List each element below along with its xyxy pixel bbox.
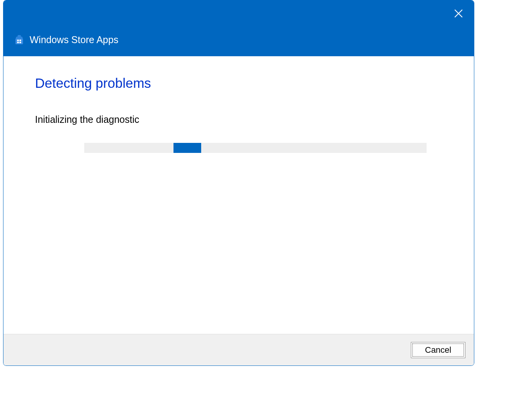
windows-store-icon: [14, 35, 24, 45]
close-icon: [454, 8, 464, 18]
svg-rect-5: [17, 42, 19, 43]
progress-bar: [84, 143, 427, 153]
troubleshooter-window: Windows Store Apps Detecting problems In…: [3, 0, 474, 366]
svg-rect-4: [20, 39, 21, 41]
progress-indicator: [173, 143, 201, 153]
close-button[interactable]: [452, 7, 465, 20]
titlebar-content: Windows Store Apps: [14, 34, 118, 45]
window-title: Windows Store Apps: [30, 34, 118, 45]
status-text: Initializing the diagnostic: [35, 114, 442, 125]
cancel-button[interactable]: Cancel: [411, 342, 465, 358]
content-area: Detecting problems Initializing the diag…: [3, 56, 474, 334]
svg-rect-3: [17, 39, 19, 41]
svg-rect-6: [20, 42, 21, 43]
footer: Cancel: [3, 334, 474, 365]
svg-rect-2: [15, 38, 23, 44]
page-heading: Detecting problems: [35, 75, 442, 91]
titlebar: Windows Store Apps: [3, 0, 474, 56]
